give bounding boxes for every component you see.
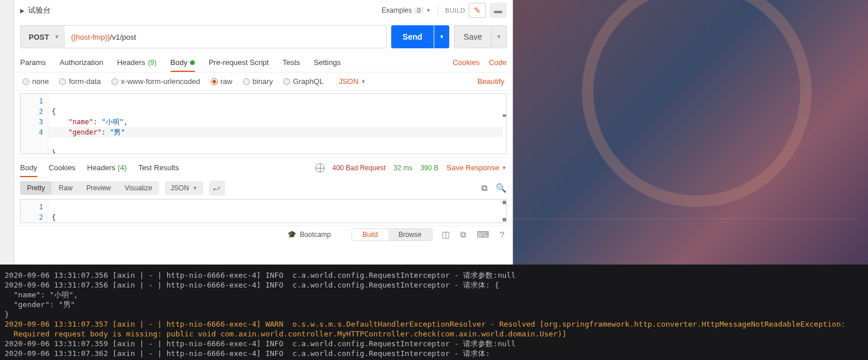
line-gutter: 1 2 3 4 [21,94,48,154]
console-panel: 2020-09-06 13:31:07.356 [axin | - | http… [0,265,868,360]
desktop-wallpaper [513,0,868,265]
tab-settings[interactable]: Settings [314,53,341,72]
beautify-link[interactable]: Beautify [477,77,504,86]
tab-headers-label: Headers [117,58,145,67]
raw-format-select[interactable]: JSON ▼ [338,77,366,86]
examples-dropdown[interactable]: Examples 0 ▼ [381,6,431,14]
tab-body[interactable]: Body [171,53,195,72]
body-active-dot-icon [190,60,195,65]
cookies-link[interactable]: Cookies [453,58,480,67]
url-path: /v1/post [110,33,136,41]
http-method-select[interactable]: POST ▼ [20,25,65,48]
tab-prerequest[interactable]: Pre-request Script [209,53,269,72]
seg-preview[interactable]: Preview [79,181,118,195]
url-input[interactable]: {{host-fmp}}/v1/post [64,25,386,48]
save-dropdown[interactable]: ▼ [492,25,507,48]
wrap-lines-button[interactable]: ⮐ [209,181,225,196]
examples-count: 0 [414,7,423,14]
chevron-down-icon: ▼ [192,185,198,191]
body-type-radios: none form-data x-www-form-urlencoded raw… [14,72,512,91]
radio-graphql[interactable]: GraphQL [283,77,323,86]
copy-icon[interactable]: ⧉ [481,183,488,193]
resp-tab-headers[interactable]: Headers (4) [87,158,127,177]
seg-pretty[interactable]: Pretty [20,181,52,195]
resp-tab-cookies[interactable]: Cookies [49,158,76,177]
resp-tab-tests[interactable]: Test Results [138,158,179,177]
globe-icon[interactable] [315,163,325,173]
seg-raw[interactable]: Raw [52,181,79,195]
chevron-down-icon: ▼ [501,165,507,171]
url-variable: {{host-fmp}} [71,33,110,41]
send-dropdown[interactable]: ▼ [434,25,449,48]
left-side-strip [0,0,14,265]
postman-panel: ▶ 试验台 Examples 0 ▼ BUILD ✎ ▬ POST ▼ [0,0,513,265]
request-titlebar: ▶ 试验台 Examples 0 ▼ BUILD ✎ ▬ [14,0,512,21]
tab-body-label: Body [171,58,188,67]
build-label: BUILD [445,7,465,14]
comment-icon: ▬ [494,6,502,15]
bootcamp-button[interactable]: 🎓 Bootcamp [287,230,331,239]
graduation-cap-icon: 🎓 [287,230,296,239]
request-row: POST ▼ {{host-fmp}}/v1/post Send ▼ Save … [14,21,512,53]
request-body-editor[interactable]: 1 2 3 4 { "name": "小明", "gender": "男" } [20,93,507,154]
chevron-down-icon: ▼ [426,7,431,13]
radio-xwww[interactable]: x-www-form-urlencoded [111,77,200,86]
headers-count: (9) [148,59,157,67]
chevron-down-icon: ▼ [361,79,366,85]
two-pane-icon[interactable]: ◫ [442,229,450,240]
edit-button[interactable]: ✎ [469,3,486,18]
console-output[interactable]: 2020-09-06 13:31:07.356 [axin | - | http… [0,265,868,360]
request-tabs: Params Authorization Headers (9) Body Pr… [14,53,512,72]
tab-tests[interactable]: Tests [283,53,300,72]
response-body-editor[interactable]: 1 2 { "timestamp": "2020-09-06T05:31:07.… [20,199,507,223]
save-response-dropdown[interactable]: Save Response ▼ [446,163,507,172]
send-button[interactable]: Send [391,25,434,48]
radio-none[interactable]: none [22,77,49,86]
tab-headers[interactable]: Headers (9) [117,53,157,72]
radio-binary[interactable]: binary [243,77,273,86]
line-gutter: 1 2 [21,200,48,223]
split-pane-icon[interactable]: ⧉ [460,229,466,240]
statusbar: 🎓 Bootcamp Build Browse ◫ ⧉ ⌨ ? [14,225,512,243]
radio-raw[interactable]: raw [211,77,233,86]
response-toolbar: Pretty Raw Preview Visualize JSON ▼ ⮐ ⧉ … [14,177,512,199]
view-mode-segment: Pretty Raw Preview Visualize [20,181,159,195]
tab-params[interactable]: Params [20,53,46,72]
seg-visualize[interactable]: Visualize [118,181,159,195]
pencil-icon: ✎ [474,6,481,15]
radio-form-data[interactable]: form-data [59,77,101,86]
http-method-value: POST [29,33,49,41]
chevron-down-icon: ▼ [54,34,59,40]
status-code: 400 Bad Request [333,164,386,172]
save-button[interactable]: Save [454,25,492,48]
help-icon[interactable]: ? [500,229,504,240]
comments-button[interactable]: ▬ [489,3,507,18]
search-icon[interactable]: 🔍 [496,183,507,193]
resp-tab-body[interactable]: Body [20,158,37,177]
tab-authorization[interactable]: Authorization [60,53,103,72]
request-title: 试验台 [28,5,51,16]
keyboard-icon[interactable]: ⌨ [477,229,489,240]
toggle-browse[interactable]: Browse [388,229,432,240]
examples-label: Examples [381,6,412,14]
response-size: 390 B [421,164,438,172]
collapse-icon[interactable]: ▶ [20,7,25,14]
toggle-build[interactable]: Build [352,229,388,240]
code-link[interactable]: Code [489,58,507,67]
response-tabs: Body Cookies Headers (4) Test Results 40… [14,158,512,177]
response-time: 32 ms [394,164,412,172]
response-format-select[interactable]: JSON ▼ [165,181,203,195]
build-browse-toggle: Build Browse [352,228,433,241]
